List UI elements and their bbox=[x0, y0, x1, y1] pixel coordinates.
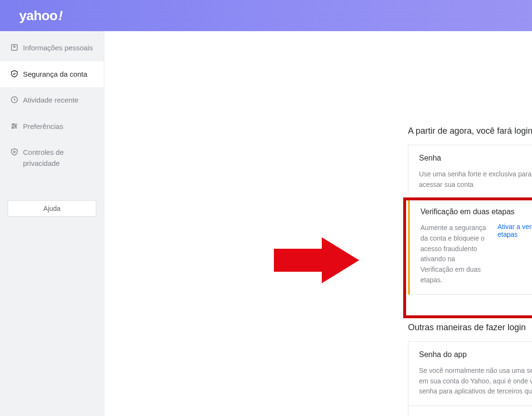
clock-icon bbox=[9, 95, 20, 104]
sidebar-item-label: Preferências bbox=[20, 121, 63, 132]
annotation-arrow-icon bbox=[274, 234, 360, 286]
enable-two-step-link[interactable]: Ativar a verificação em duas etapas bbox=[498, 223, 532, 238]
svg-marker-10 bbox=[274, 237, 359, 283]
yahoo-logo[interactable]: yahoo! bbox=[19, 8, 63, 23]
other-login-section: Outras maneiras de fazer login Senha do … bbox=[408, 323, 532, 416]
password-card: Senha Use uma senha forte e exclusiva pa… bbox=[408, 145, 532, 198]
other-login-title: Outras maneiras de fazer login bbox=[408, 323, 532, 333]
password-card-desc: Use uma senha forte e exclusiva para ace… bbox=[419, 169, 532, 190]
app-password-card: Senha do app Se você normalmente não usa… bbox=[408, 341, 532, 406]
sidebar-item-privacy-controls[interactable]: Controles de privacidade bbox=[0, 139, 104, 176]
yahoo-wordmark: yahoo bbox=[19, 8, 57, 23]
sidebar: Informações pessoais Segurança da conta … bbox=[0, 31, 104, 416]
help-button[interactable]: Ajuda bbox=[8, 200, 96, 217]
sidebar-item-personal-info[interactable]: Informações pessoais bbox=[0, 35, 104, 61]
two-step-heading: Verificação em duas etapas bbox=[420, 208, 532, 216]
svg-point-4 bbox=[13, 124, 14, 125]
svg-point-1 bbox=[13, 46, 15, 47]
sidebar-item-label: Controles de privacidade bbox=[20, 147, 96, 169]
shield-check-icon bbox=[9, 69, 20, 79]
sidebar-item-account-security[interactable]: Segurança da conta bbox=[0, 61, 104, 88]
login-methods-title: A partir de agora, você fará login assim bbox=[408, 126, 532, 136]
sidebar-item-recent-activity[interactable]: Atividade recente bbox=[0, 87, 104, 114]
login-methods-section: A partir de agora, você fará login assim… bbox=[408, 126, 532, 295]
sidebar-item-label: Informações pessoais bbox=[20, 43, 93, 54]
sliders-icon bbox=[9, 121, 20, 131]
app-password-desc: Se você normalmente não usa uma senha pa… bbox=[419, 366, 532, 397]
svg-point-9 bbox=[13, 151, 15, 152]
yahoo-exclamation-icon: ! bbox=[58, 8, 63, 23]
sidebar-item-label: Atividade recente bbox=[20, 95, 79, 106]
app-password-heading: Senha do app bbox=[419, 350, 532, 359]
shield-gear-icon bbox=[9, 147, 20, 157]
two-step-card: Verificação em duas etapas Aumente a seg… bbox=[408, 198, 532, 294]
generate-app-password-card: Gerar senha de aplicativo bbox=[408, 406, 532, 416]
main: A partir de agora, você fará login assim… bbox=[104, 31, 532, 416]
header: yahoo! bbox=[0, 0, 532, 31]
two-step-desc: Aumente a segurança da conta e bloqueie … bbox=[420, 223, 495, 285]
password-card-heading: Senha bbox=[419, 154, 532, 162]
svg-point-6 bbox=[15, 125, 16, 126]
svg-point-8 bbox=[12, 127, 13, 128]
sidebar-item-label: Segurança da conta bbox=[20, 69, 87, 80]
profile-icon bbox=[9, 43, 20, 52]
sidebar-item-preferences[interactable]: Preferências bbox=[0, 114, 104, 140]
